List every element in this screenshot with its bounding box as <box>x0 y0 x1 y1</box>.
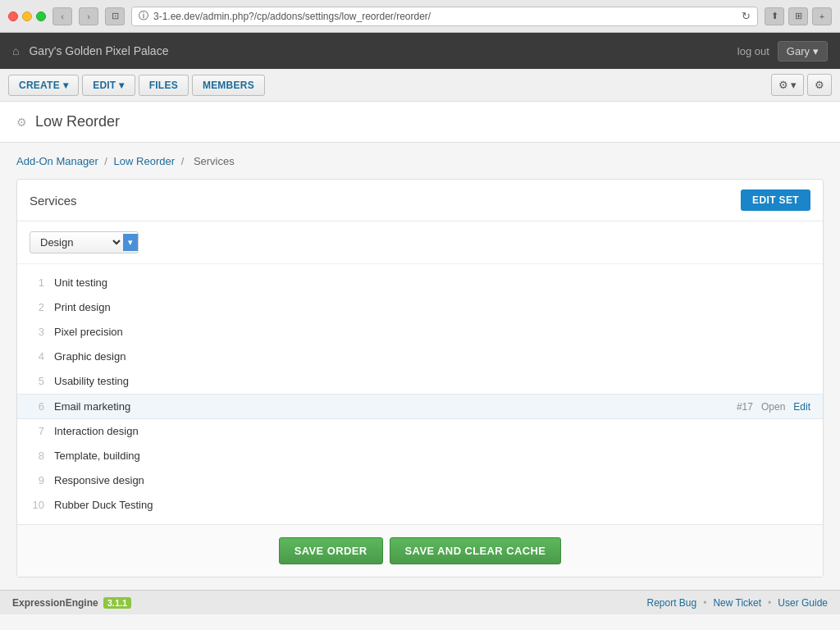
footer-links: Report Bug • New Ticket • User Guide <box>647 597 829 609</box>
user-name: Gary <box>787 45 810 57</box>
logout-link[interactable]: log out <box>737 45 769 57</box>
item-number: 6 <box>30 400 44 413</box>
ee-name: ExpressionEngine <box>12 597 98 609</box>
breadcrumb-current: Services <box>194 155 235 167</box>
item-number: 10 <box>30 499 44 511</box>
user-guide-link[interactable]: User Guide <box>778 597 828 609</box>
create-label: CREATE <box>19 80 60 91</box>
breadcrumb-low-reorder[interactable]: Low Reorder <box>114 155 175 167</box>
category-select-wrapper: Design Development Marketing ▾ <box>30 231 139 253</box>
item-name: Pixel precision <box>54 326 810 338</box>
members-label: MEMBERS <box>203 80 254 91</box>
footer-sep-2: • <box>768 597 771 609</box>
toolbar-right: ⚙ ▾ ⚙ <box>771 74 832 96</box>
forward-button[interactable]: › <box>79 7 98 25</box>
reload-button[interactable]: ↻ <box>742 10 751 22</box>
edit-chevron-icon: ▾ <box>119 80 124 91</box>
breadcrumb-sep-1: / <box>104 155 110 167</box>
item-number: 2 <box>30 301 44 313</box>
save-order-button[interactable]: SAVE ORDER <box>279 537 383 564</box>
address-bar[interactable]: ⓘ 3-1.ee.dev/admin.php?/cp/addons/settin… <box>131 7 758 26</box>
nav-actions: log out Gary ▾ <box>737 41 828 62</box>
item-meta: #17OpenEdit <box>737 401 810 413</box>
panel-controls: Design Development Marketing ▾ <box>17 221 823 264</box>
item-number: 4 <box>30 350 44 363</box>
edit-set-button[interactable]: EDIT SET <box>741 189 810 211</box>
item-number: 8 <box>30 450 44 462</box>
ee-badge: ExpressionEngine 3.1.1 <box>12 597 131 609</box>
item-name: Responsive design <box>54 474 810 486</box>
lock-icon: ⓘ <box>139 9 148 23</box>
window-button[interactable]: ⊡ <box>105 7 125 25</box>
item-edit-link[interactable]: Edit <box>793 401 810 413</box>
ee-version: 3.1.1 <box>103 597 131 609</box>
members-button[interactable]: MEMBERS <box>192 75 265 96</box>
item-name: Template, building <box>54 450 810 462</box>
back-button[interactable]: ‹ <box>52 7 72 25</box>
list-item: 4Graphic design <box>17 345 823 369</box>
item-number: 5 <box>30 375 44 387</box>
new-tab-button[interactable]: ⊞ <box>788 7 808 25</box>
app-footer: ExpressionEngine 3.1.1 Report Bug • New … <box>0 590 840 614</box>
list-item: 2Print design <box>17 295 823 320</box>
create-button[interactable]: CREATE ▾ <box>8 75 79 96</box>
wrench-icon: ⚙ <box>778 79 788 91</box>
footer-sep-1: • <box>703 597 706 609</box>
item-name: Unit testing <box>54 276 810 289</box>
panel-footer: SAVE ORDER SAVE AND CLEAR CACHE <box>17 524 823 577</box>
panel-title: Services <box>30 194 77 208</box>
list-item: 6Email marketing#17OpenEdit <box>17 394 823 419</box>
top-nav: ⌂ Gary's Golden Pixel Palace log out Gar… <box>0 33 840 69</box>
item-status: Open <box>761 401 785 413</box>
page-gear-icon: ⚙ <box>16 116 27 129</box>
breadcrumb-addon-manager[interactable]: Add-On Manager <box>16 155 98 167</box>
item-id: #17 <box>737 401 753 413</box>
edit-button[interactable]: EDIT ▾ <box>82 75 135 96</box>
list-item: 3Pixel precision <box>17 320 823 345</box>
gear-icon: ⚙ <box>815 79 824 91</box>
wrench-chevron-icon: ▾ <box>791 79 797 91</box>
site-name: Gary's Golden Pixel Palace <box>29 44 737 57</box>
tabs-button[interactable]: + <box>812 7 832 25</box>
main-panel: Services EDIT SET Design Development Mar… <box>16 179 824 578</box>
files-button[interactable]: FILES <box>139 75 189 96</box>
app: ⌂ Gary's Golden Pixel Palace log out Gar… <box>0 33 840 630</box>
panel-header: Services EDIT SET <box>17 180 823 221</box>
toolbar: CREATE ▾ EDIT ▾ FILES MEMBERS ⚙ ▾ ⚙ <box>0 69 840 102</box>
item-name: Rubber Duck Testing <box>54 499 810 511</box>
browser-actions: ⬆ ⊞ + <box>765 7 832 25</box>
user-menu-button[interactable]: Gary ▾ <box>778 41 828 62</box>
list-item: 8Template, building <box>17 444 823 468</box>
item-name: Email marketing <box>54 400 727 413</box>
traffic-lights <box>8 11 46 21</box>
list-item: 5Usability testing <box>17 369 823 394</box>
content-area: Add-On Manager / Low Reorder / Services … <box>0 143 840 590</box>
wrench-button[interactable]: ⚙ ▾ <box>771 74 804 96</box>
close-button[interactable] <box>8 11 18 21</box>
page-title: Low Reorder <box>35 113 120 130</box>
report-bug-link[interactable]: Report Bug <box>647 597 697 609</box>
new-ticket-link[interactable]: New Ticket <box>713 597 761 609</box>
item-number: 3 <box>30 326 44 338</box>
list-item: 10Rubber Duck Testing <box>17 493 823 518</box>
item-name: Interaction design <box>54 425 810 437</box>
select-arrow-icon: ▾ <box>123 234 138 251</box>
item-number: 1 <box>30 276 44 289</box>
create-chevron-icon: ▾ <box>63 80 68 91</box>
item-name: Print design <box>54 301 810 313</box>
settings-button[interactable]: ⚙ <box>807 74 832 96</box>
minimize-button[interactable] <box>22 11 32 21</box>
page-header: ⚙ Low Reorder <box>0 102 840 143</box>
breadcrumb: Add-On Manager / Low Reorder / Services <box>16 155 824 167</box>
item-number: 9 <box>30 474 44 486</box>
maximize-button[interactable] <box>36 11 46 21</box>
files-label: FILES <box>149 80 178 91</box>
url-text: 3-1.ee.dev/admin.php?/cp/addons/settings… <box>153 11 737 22</box>
category-select[interactable]: Design Development Marketing <box>30 232 123 253</box>
item-name: Graphic design <box>54 350 810 363</box>
share-button[interactable]: ⬆ <box>765 7 784 25</box>
items-list: 1Unit testing2Print design3Pixel precisi… <box>17 264 823 524</box>
save-cache-button[interactable]: SAVE AND CLEAR CACHE <box>390 537 562 564</box>
home-icon[interactable]: ⌂ <box>12 44 19 57</box>
user-chevron-icon: ▾ <box>813 45 819 57</box>
